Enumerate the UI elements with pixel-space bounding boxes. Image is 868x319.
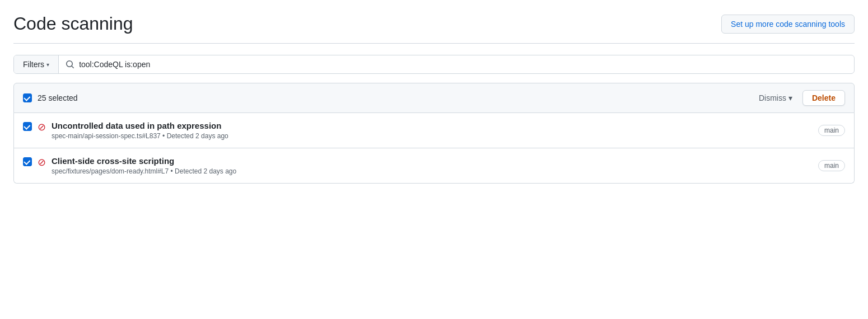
alert-badge-2: main bbox=[818, 160, 845, 171]
select-all-checkbox[interactable] bbox=[23, 93, 32, 102]
alert-separator-1: • bbox=[162, 132, 167, 140]
alert-item: ⊘ Uncontrolled data used in path express… bbox=[14, 113, 854, 148]
no-entry-icon-2: ⊘ bbox=[38, 156, 46, 169]
alert-badge-1: main bbox=[818, 125, 845, 136]
search-input[interactable] bbox=[79, 60, 847, 69]
alert-content-1: Uncontrolled data used in path expressio… bbox=[52, 121, 813, 140]
alert-time-1: Detected 2 days ago bbox=[167, 132, 228, 140]
setup-tools-button[interactable]: Set up more code scanning tools bbox=[721, 15, 855, 34]
filters-chevron-icon: ▾ bbox=[46, 62, 49, 68]
dismiss-chevron-icon: ▾ bbox=[788, 93, 792, 102]
dismiss-button[interactable]: Dismiss ▾ bbox=[753, 91, 798, 105]
filters-label: Filters bbox=[23, 60, 44, 69]
alert-checkbox-1[interactable] bbox=[23, 122, 32, 131]
alert-title-1[interactable]: Uncontrolled data used in path expressio… bbox=[52, 121, 813, 130]
alert-checkbox-2[interactable] bbox=[23, 157, 32, 166]
dismiss-label: Dismiss bbox=[759, 93, 786, 102]
filter-bar: Filters ▾ bbox=[13, 55, 855, 74]
selection-right: Dismiss ▾ Delete bbox=[753, 90, 845, 106]
search-area bbox=[59, 60, 854, 69]
alert-title-2[interactable]: Client-side cross-site scripting bbox=[52, 156, 813, 166]
page-header: Code scanning Set up more code scanning … bbox=[13, 13, 855, 44]
no-entry-icon-1: ⊘ bbox=[38, 121, 46, 134]
alerts-list: ⊘ Uncontrolled data used in path express… bbox=[13, 113, 855, 184]
selection-bar: 25 selected Dismiss ▾ Delete bbox=[13, 83, 855, 113]
alert-item: ⊘ Client-side cross-site scripting spec/… bbox=[14, 148, 854, 183]
alert-file-2: spec/fixtures/pages/dom-ready.html#L7 bbox=[52, 167, 169, 175]
alert-meta-1: spec-main/api-session-spec.ts#L837 • Det… bbox=[52, 132, 813, 140]
alert-content-2: Client-side cross-site scripting spec/fi… bbox=[52, 156, 813, 175]
alert-meta-2: spec/fixtures/pages/dom-ready.html#L7 • … bbox=[52, 167, 813, 175]
alert-file-1: spec-main/api-session-spec.ts#L837 bbox=[52, 132, 161, 140]
alert-separator-2: • bbox=[171, 167, 175, 175]
selection-left: 25 selected bbox=[23, 93, 78, 102]
filters-button[interactable]: Filters ▾ bbox=[14, 55, 59, 73]
search-icon bbox=[66, 60, 74, 69]
alert-time-2: Detected 2 days ago bbox=[175, 167, 236, 175]
selected-count: 25 selected bbox=[38, 93, 78, 102]
delete-button[interactable]: Delete bbox=[802, 90, 845, 106]
page-title: Code scanning bbox=[13, 13, 133, 34]
